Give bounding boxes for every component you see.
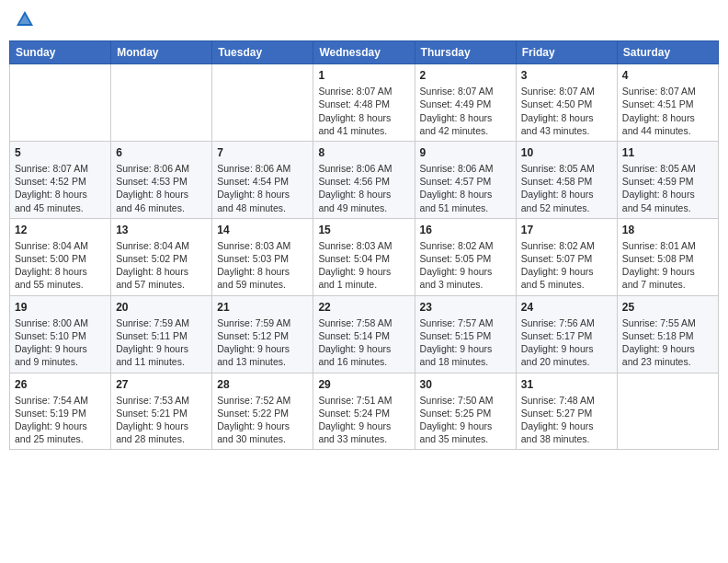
calendar-cell: 23Sunrise: 7:57 AM Sunset: 5:15 PM Dayli… <box>415 295 516 373</box>
day-info: Sunrise: 8:04 AM Sunset: 5:02 PM Dayligh… <box>116 239 207 292</box>
weekday-header: Monday <box>111 41 212 64</box>
day-info: Sunrise: 7:58 AM Sunset: 5:14 PM Dayligh… <box>318 316 409 369</box>
calendar-cell: 18Sunrise: 8:01 AM Sunset: 5:08 PM Dayli… <box>617 218 718 295</box>
day-info: Sunrise: 8:06 AM Sunset: 4:57 PM Dayligh… <box>420 162 511 214</box>
calendar-cell: 24Sunrise: 7:56 AM Sunset: 5:17 PM Dayli… <box>516 295 617 373</box>
day-number: 2 <box>420 68 511 83</box>
calendar-cell: 22Sunrise: 7:58 AM Sunset: 5:14 PM Dayli… <box>313 295 415 373</box>
day-number: 13 <box>116 223 207 237</box>
calendar-cell <box>111 64 212 142</box>
day-number: 18 <box>622 223 713 237</box>
day-number: 6 <box>116 145 207 160</box>
calendar-cell: 29Sunrise: 7:51 AM Sunset: 5:24 PM Dayli… <box>313 373 415 450</box>
day-number: 9 <box>420 145 511 160</box>
calendar-week-row: 12Sunrise: 8:04 AM Sunset: 5:00 PM Dayli… <box>10 218 719 295</box>
calendar-cell: 7Sunrise: 8:06 AM Sunset: 4:54 PM Daylig… <box>212 141 313 218</box>
day-info: Sunrise: 8:06 AM Sunset: 4:56 PM Dayligh… <box>318 162 409 214</box>
day-number: 12 <box>15 223 106 237</box>
calendar-cell: 31Sunrise: 7:48 AM Sunset: 5:27 PM Dayli… <box>516 373 617 450</box>
calendar-cell: 28Sunrise: 7:52 AM Sunset: 5:22 PM Dayli… <box>212 373 313 450</box>
day-info: Sunrise: 8:07 AM Sunset: 4:48 PM Dayligh… <box>318 85 409 137</box>
day-info: Sunrise: 8:01 AM Sunset: 5:08 PM Dayligh… <box>622 239 713 292</box>
day-info: Sunrise: 8:02 AM Sunset: 5:05 PM Dayligh… <box>420 239 511 292</box>
calendar-week-row: 26Sunrise: 7:54 AM Sunset: 5:19 PM Dayli… <box>10 373 719 450</box>
day-info: Sunrise: 7:52 AM Sunset: 5:22 PM Dayligh… <box>217 394 308 446</box>
logo-icon <box>15 9 35 29</box>
day-info: Sunrise: 8:04 AM Sunset: 5:00 PM Dayligh… <box>15 239 106 292</box>
calendar-header-row: SundayMondayTuesdayWednesdayThursdayFrid… <box>10 41 719 64</box>
calendar-cell: 15Sunrise: 8:03 AM Sunset: 5:04 PM Dayli… <box>313 218 415 295</box>
calendar-week-row: 1Sunrise: 8:07 AM Sunset: 4:48 PM Daylig… <box>10 64 719 142</box>
day-info: Sunrise: 7:51 AM Sunset: 5:24 PM Dayligh… <box>318 394 409 446</box>
calendar-cell: 19Sunrise: 8:00 AM Sunset: 5:10 PM Dayli… <box>10 295 111 373</box>
calendar-cell: 17Sunrise: 8:02 AM Sunset: 5:07 PM Dayli… <box>516 218 617 295</box>
day-number: 31 <box>521 377 612 392</box>
calendar-cell: 14Sunrise: 8:03 AM Sunset: 5:03 PM Dayli… <box>212 218 313 295</box>
day-number: 30 <box>420 377 511 392</box>
day-number: 21 <box>217 300 308 315</box>
calendar-cell: 16Sunrise: 8:02 AM Sunset: 5:05 PM Dayli… <box>415 218 516 295</box>
calendar-week-row: 5Sunrise: 8:07 AM Sunset: 4:52 PM Daylig… <box>10 141 719 218</box>
day-info: Sunrise: 8:05 AM Sunset: 4:58 PM Dayligh… <box>521 162 612 214</box>
day-number: 3 <box>521 68 612 83</box>
day-number: 27 <box>116 377 207 392</box>
day-info: Sunrise: 8:07 AM Sunset: 4:52 PM Dayligh… <box>15 162 106 214</box>
day-number: 25 <box>622 300 713 315</box>
calendar-cell: 5Sunrise: 8:07 AM Sunset: 4:52 PM Daylig… <box>10 141 111 218</box>
weekday-header: Thursday <box>415 41 516 64</box>
day-info: Sunrise: 8:03 AM Sunset: 5:04 PM Dayligh… <box>318 239 409 292</box>
calendar-cell: 3Sunrise: 8:07 AM Sunset: 4:50 PM Daylig… <box>516 64 617 142</box>
day-number: 19 <box>15 300 106 315</box>
day-number: 7 <box>217 145 308 160</box>
calendar-table: SundayMondayTuesdayWednesdayThursdayFrid… <box>9 40 719 450</box>
day-info: Sunrise: 7:59 AM Sunset: 5:12 PM Dayligh… <box>217 316 308 369</box>
calendar-cell: 2Sunrise: 8:07 AM Sunset: 4:49 PM Daylig… <box>415 64 516 142</box>
calendar-cell: 26Sunrise: 7:54 AM Sunset: 5:19 PM Dayli… <box>10 373 111 450</box>
calendar-cell: 10Sunrise: 8:05 AM Sunset: 4:58 PM Dayli… <box>516 141 617 218</box>
weekday-header: Tuesday <box>212 41 313 64</box>
day-info: Sunrise: 8:03 AM Sunset: 5:03 PM Dayligh… <box>217 239 308 292</box>
calendar-week-row: 19Sunrise: 8:00 AM Sunset: 5:10 PM Dayli… <box>10 295 719 373</box>
calendar-cell <box>617 373 718 450</box>
calendar-cell <box>10 64 111 142</box>
weekday-header: Saturday <box>617 41 718 64</box>
day-number: 20 <box>116 300 207 315</box>
calendar-cell: 9Sunrise: 8:06 AM Sunset: 4:57 PM Daylig… <box>415 141 516 218</box>
page-header <box>9 9 719 33</box>
day-number: 10 <box>521 145 612 160</box>
day-number: 26 <box>15 377 106 392</box>
day-info: Sunrise: 7:55 AM Sunset: 5:18 PM Dayligh… <box>622 316 713 369</box>
calendar-cell: 21Sunrise: 7:59 AM Sunset: 5:12 PM Dayli… <box>212 295 313 373</box>
logo <box>13 9 35 33</box>
day-info: Sunrise: 8:07 AM Sunset: 4:51 PM Dayligh… <box>622 85 713 137</box>
day-info: Sunrise: 7:56 AM Sunset: 5:17 PM Dayligh… <box>521 316 612 369</box>
calendar-cell: 11Sunrise: 8:05 AM Sunset: 4:59 PM Dayli… <box>617 141 718 218</box>
day-number: 29 <box>318 377 409 392</box>
calendar-cell: 8Sunrise: 8:06 AM Sunset: 4:56 PM Daylig… <box>313 141 415 218</box>
calendar-cell <box>212 64 313 142</box>
day-number: 16 <box>420 223 511 237</box>
day-info: Sunrise: 8:07 AM Sunset: 4:50 PM Dayligh… <box>521 85 612 137</box>
day-number: 24 <box>521 300 612 315</box>
day-number: 28 <box>217 377 308 392</box>
weekday-header: Friday <box>516 41 617 64</box>
calendar-cell: 6Sunrise: 8:06 AM Sunset: 4:53 PM Daylig… <box>111 141 212 218</box>
day-info: Sunrise: 7:50 AM Sunset: 5:25 PM Dayligh… <box>420 394 511 446</box>
day-info: Sunrise: 7:54 AM Sunset: 5:19 PM Dayligh… <box>15 394 106 446</box>
calendar-cell: 25Sunrise: 7:55 AM Sunset: 5:18 PM Dayli… <box>617 295 718 373</box>
weekday-header: Sunday <box>10 41 111 64</box>
calendar-cell: 1Sunrise: 8:07 AM Sunset: 4:48 PM Daylig… <box>313 64 415 142</box>
calendar-cell: 30Sunrise: 7:50 AM Sunset: 5:25 PM Dayli… <box>415 373 516 450</box>
day-info: Sunrise: 8:05 AM Sunset: 4:59 PM Dayligh… <box>622 162 713 214</box>
day-info: Sunrise: 8:06 AM Sunset: 4:54 PM Dayligh… <box>217 162 308 214</box>
day-info: Sunrise: 7:48 AM Sunset: 5:27 PM Dayligh… <box>521 394 612 446</box>
day-number: 22 <box>318 300 409 315</box>
calendar-cell: 4Sunrise: 8:07 AM Sunset: 4:51 PM Daylig… <box>617 64 718 142</box>
calendar-cell: 12Sunrise: 8:04 AM Sunset: 5:00 PM Dayli… <box>10 218 111 295</box>
day-info: Sunrise: 7:59 AM Sunset: 5:11 PM Dayligh… <box>116 316 207 369</box>
day-info: Sunrise: 7:57 AM Sunset: 5:15 PM Dayligh… <box>420 316 511 369</box>
day-number: 15 <box>318 223 409 237</box>
calendar-cell: 27Sunrise: 7:53 AM Sunset: 5:21 PM Dayli… <box>111 373 212 450</box>
day-info: Sunrise: 8:02 AM Sunset: 5:07 PM Dayligh… <box>521 239 612 292</box>
day-info: Sunrise: 7:53 AM Sunset: 5:21 PM Dayligh… <box>116 394 207 446</box>
